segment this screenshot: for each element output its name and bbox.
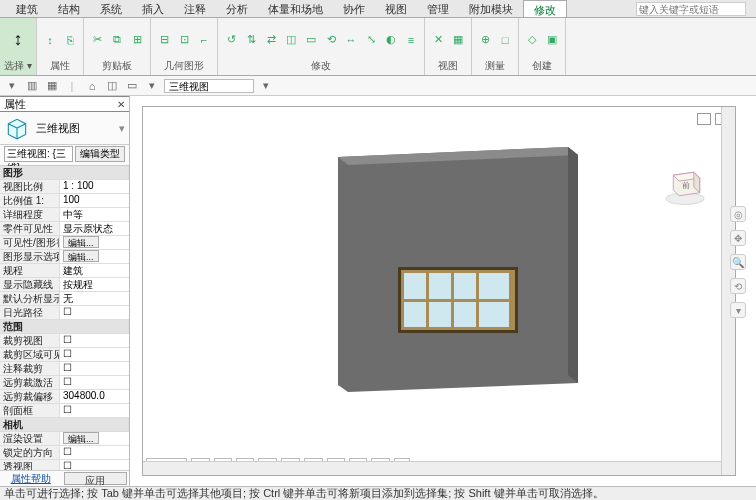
tab-结构[interactable]: 结构 (48, 0, 90, 17)
edit-type-button[interactable]: 编辑类型 (75, 146, 125, 162)
ribbon-tool-icon[interactable]: ▦ (449, 31, 467, 49)
current-view-field[interactable]: 三维视图 (164, 79, 254, 93)
property-value[interactable]: ☐ (60, 348, 129, 361)
tab-视图[interactable]: 视图 (375, 0, 417, 17)
ribbon-tool-icon[interactable]: ◫ (282, 31, 300, 49)
tab-体量和场地[interactable]: 体量和场地 (258, 0, 333, 17)
ribbon-tool-icon[interactable]: ◐ (382, 31, 400, 49)
view-ctrl-icon[interactable]: ▭ (124, 78, 140, 94)
min-view-icon[interactable] (697, 113, 711, 125)
ribbon-tool-icon[interactable]: ▣ (543, 31, 561, 49)
ribbon-tool-icon[interactable]: ⇅ (242, 31, 260, 49)
property-value[interactable]: ☐ (60, 404, 129, 417)
property-value[interactable]: 编辑... (60, 236, 129, 249)
ribbon-tool-icon[interactable]: ⊕ (476, 31, 494, 49)
property-value[interactable]: 建筑 (60, 264, 129, 277)
property-value[interactable]: 无 (60, 292, 129, 305)
property-edit-button[interactable]: 编辑... (63, 432, 99, 444)
ribbon-group-label: 视图 (438, 59, 458, 73)
apply-button[interactable]: 应用 (64, 472, 128, 485)
view-nav-icon[interactable]: ◫ (104, 78, 120, 94)
ribbon-tool-icon[interactable]: ✕ (429, 31, 447, 49)
view-cube[interactable]: 前 (663, 162, 707, 206)
tab-修改[interactable]: 修改 (523, 0, 567, 17)
ribbon-group-label: 测量 (485, 59, 505, 73)
scrollbar-horizontal[interactable] (143, 461, 721, 475)
ribbon-tool-icon[interactable]: ↔ (342, 31, 360, 49)
ribbon-tool-icon[interactable]: ⧉ (108, 31, 126, 49)
property-value[interactable]: 304800.0 (60, 390, 129, 403)
viewport-3d[interactable]: 前 1 : 100☐⊞✕◧☼◐⤢✎☰< ◎ ✥ 🔍 ⟲ ▾ (130, 96, 756, 486)
property-key: 注释裁剪 (0, 362, 60, 375)
property-value[interactable]: 编辑... (60, 432, 129, 445)
tab-注释[interactable]: 注释 (174, 0, 216, 17)
orbit-icon[interactable]: ⟲ (730, 278, 746, 294)
status-bar: 单击可进行选择; 按 Tab 键并单击可选择其他项目; 按 Ctrl 键并单击可… (0, 486, 756, 500)
properties-list: 图形视图比例1 : 100比例值 1:100详细程度中等零件可见性显示原状态可见… (0, 166, 129, 470)
ribbon: ↕选择 ▾↕⎘属性✂⧉⊞剪贴板⊟⊡⌐几何图形↺⇅⇄◫▭⟲↔⤡◐≡修改✕▦视图⊕□… (0, 18, 756, 76)
ribbon-tool-icon[interactable]: ⊡ (175, 31, 193, 49)
ribbon-tool-icon[interactable]: ⌐ (195, 31, 213, 49)
instance-selector[interactable]: 三维视图: {三维} (4, 146, 73, 162)
tab-系统[interactable]: 系统 (90, 0, 132, 17)
property-value[interactable]: ☐ (60, 334, 129, 347)
ribbon-tool-icon[interactable]: ≡ (402, 31, 420, 49)
property-group-header: 相机 (0, 418, 129, 431)
tab-分析[interactable]: 分析 (216, 0, 258, 17)
property-value[interactable]: 编辑... (60, 250, 129, 263)
property-value[interactable]: 1 : 100 (60, 180, 129, 193)
tab-附加模块[interactable]: 附加模块 (459, 0, 523, 17)
ribbon-tool-icon[interactable]: ✂ (88, 31, 106, 49)
ribbon-tool-icon[interactable]: ⎘ (61, 31, 79, 49)
view-dropdown[interactable]: ▾ (144, 78, 160, 94)
property-key: 渲染设置 (0, 432, 60, 445)
property-value[interactable]: ☐ (60, 460, 129, 470)
wall-model[interactable] (338, 147, 578, 392)
close-icon[interactable]: ✕ (117, 99, 125, 110)
property-value[interactable]: ☐ (60, 306, 129, 319)
property-value[interactable]: 按规程 (60, 278, 129, 291)
cube-icon (4, 116, 30, 140)
grid-icon[interactable]: ▦ (44, 78, 60, 94)
property-value[interactable]: ☐ (60, 446, 129, 459)
ribbon-group-剪贴板: ✂⧉⊞剪贴板 (84, 18, 151, 75)
ribbon-tool-icon[interactable]: ↕ (41, 31, 59, 49)
ribbon-tool-icon[interactable]: ▭ (302, 31, 320, 49)
filter-icon[interactable]: ▥ (24, 78, 40, 94)
pan-icon[interactable]: ✥ (730, 230, 746, 246)
property-value[interactable]: ☐ (60, 362, 129, 375)
ribbon-tool-icon[interactable]: ◇ (523, 31, 541, 49)
ribbon-tool-icon[interactable]: ↺ (222, 31, 240, 49)
ribbon-tool-icon[interactable]: □ (496, 31, 514, 49)
property-key: 可见性/图形替换 (0, 236, 60, 249)
ribbon-tool-icon[interactable]: ⊞ (128, 31, 146, 49)
modify-tool[interactable]: ↕ (4, 26, 32, 54)
tab-建筑[interactable]: 建筑 (6, 0, 48, 17)
ribbon-tool-icon[interactable]: ⟲ (322, 31, 340, 49)
property-edit-button[interactable]: 编辑... (63, 250, 99, 262)
type-selector[interactable]: 三维视图 ▾ (0, 112, 129, 145)
property-value[interactable]: 中等 (60, 208, 129, 221)
zoom-icon[interactable]: 🔍 (730, 254, 746, 270)
ribbon-tool-icon[interactable]: ⇄ (262, 31, 280, 49)
steering-wheel-icon[interactable]: ◎ (730, 206, 746, 222)
property-value[interactable]: 100 (60, 194, 129, 207)
modify-dropdown[interactable]: ▾ (4, 78, 20, 94)
search-input[interactable] (636, 2, 746, 16)
property-value[interactable]: ☐ (60, 376, 129, 389)
ribbon-tool-icon[interactable]: ⊟ (155, 31, 173, 49)
properties-help-link[interactable]: 属性帮助 (0, 471, 62, 486)
tab-管理[interactable]: 管理 (417, 0, 459, 17)
ribbon-group-label: 修改 (311, 59, 331, 73)
drawing-canvas[interactable]: 前 1 : 100☐⊞✕◧☼◐⤢✎☰< (142, 106, 736, 476)
property-value[interactable]: 显示原状态 (60, 222, 129, 235)
tab-协作[interactable]: 协作 (333, 0, 375, 17)
tab-插入[interactable]: 插入 (132, 0, 174, 17)
property-edit-button[interactable]: 编辑... (63, 236, 99, 248)
type-dropdown-icon[interactable]: ▾ (119, 122, 125, 135)
home-icon[interactable]: ⌂ (84, 78, 100, 94)
ribbon-tool-icon[interactable]: ⤡ (362, 31, 380, 49)
property-key: 零件可见性 (0, 222, 60, 235)
nav-more-icon[interactable]: ▾ (730, 302, 746, 318)
view-go-icon[interactable]: ▾ (258, 78, 274, 94)
